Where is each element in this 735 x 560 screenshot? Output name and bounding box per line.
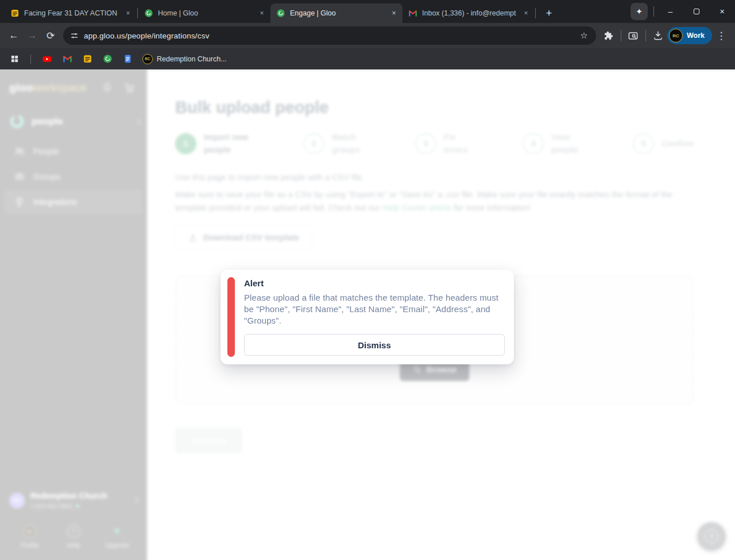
bookmarks-bar: RC Redemption Church... [0,48,735,69]
dismiss-button[interactable]: Dismiss [244,334,505,356]
keep-note-favicon [10,9,20,18]
rc-logo-icon: RC [142,54,153,64]
tab-gmail-inbox[interactable]: Inbox (1,336) - info@redemptio × [403,3,535,23]
tab-title: Inbox (1,336) - info@redemptio [422,9,516,17]
browser-toolbar: ← → ⟳ app.gloo.us/people/integrations/cs… [0,23,735,48]
alert-dialog: Alert Please upload a file that matches … [220,270,514,364]
browser-profile-chip[interactable]: RC Work [667,27,712,44]
apps-grid-icon[interactable] [7,52,22,67]
separator [653,6,654,17]
search-tabs-panel-icon[interactable] [624,26,643,45]
maximize-button[interactable] [683,0,709,23]
close-tab-icon[interactable]: × [123,8,133,18]
bookmark-gloo-icon[interactable] [100,52,115,67]
bookmark-docs-icon[interactable] [120,52,135,67]
downloads-icon[interactable] [649,26,667,45]
alert-red-bar [227,277,235,357]
tab-home-gloo[interactable]: Home | Gloo × [138,3,270,23]
profile-name: Work [687,32,705,40]
close-tab-icon[interactable]: × [521,8,531,18]
window-controls: ✦ – × [630,0,735,23]
tab-search-sparkle-icon[interactable]: ✦ [630,3,648,20]
tab-title: Engage | Gloo [290,9,384,17]
close-tab-icon[interactable]: × [257,8,267,18]
tab-separator [535,8,536,18]
forward-button: → [23,26,41,45]
bookmark-label: Redemption Church... [157,55,227,63]
separator [645,30,646,41]
tab-strip: Facing Fear 31 DAY ACTION PLA × Home | G… [0,0,735,23]
extensions-icon[interactable] [599,26,618,45]
bookmark-youtube-icon[interactable] [40,52,55,67]
address-bar[interactable]: app.gloo.us/people/integrations/csv ☆ [63,26,596,45]
profile-avatar: RC [669,29,683,42]
tab-separator [137,8,138,18]
new-tab-button[interactable]: + [541,5,557,21]
separator [30,55,31,64]
gmail-favicon [408,9,417,18]
gloo-favicon [144,9,153,18]
browser-window: Facing Fear 31 DAY ACTION PLA × Home | G… [0,0,735,560]
reload-button[interactable]: ⟳ [41,26,60,45]
tab-engage-gloo-active[interactable]: Engage | Gloo × [270,3,403,23]
close-tab-icon[interactable]: × [389,8,399,18]
bookmark-keep-icon[interactable] [80,52,95,67]
site-settings-icon[interactable] [70,32,79,40]
separator [621,30,621,41]
alert-message: Please upload a file that matches the te… [244,292,505,326]
tab-title: Home | Gloo [158,9,252,17]
browser-menu-kebab-icon[interactable]: ⋮ [712,26,730,45]
bookmark-star-icon[interactable]: ☆ [577,28,591,43]
gloo-favicon [276,9,285,18]
tab-facing-fear[interactable]: Facing Fear 31 DAY ACTION PLA × [5,3,137,23]
bookmark-gmail-icon[interactable] [60,52,75,67]
minimize-button[interactable]: – [657,0,683,23]
url-text[interactable]: app.gloo.us/people/integrations/csv [84,32,571,40]
bookmark-redemption-church[interactable]: RC Redemption Church... [140,54,229,64]
close-window-button[interactable]: × [709,0,735,23]
tab-title: Facing Fear 31 DAY ACTION PLA [24,9,118,17]
alert-title: Alert [244,278,505,288]
maximize-icon [694,9,699,14]
back-button[interactable]: ← [5,26,23,45]
